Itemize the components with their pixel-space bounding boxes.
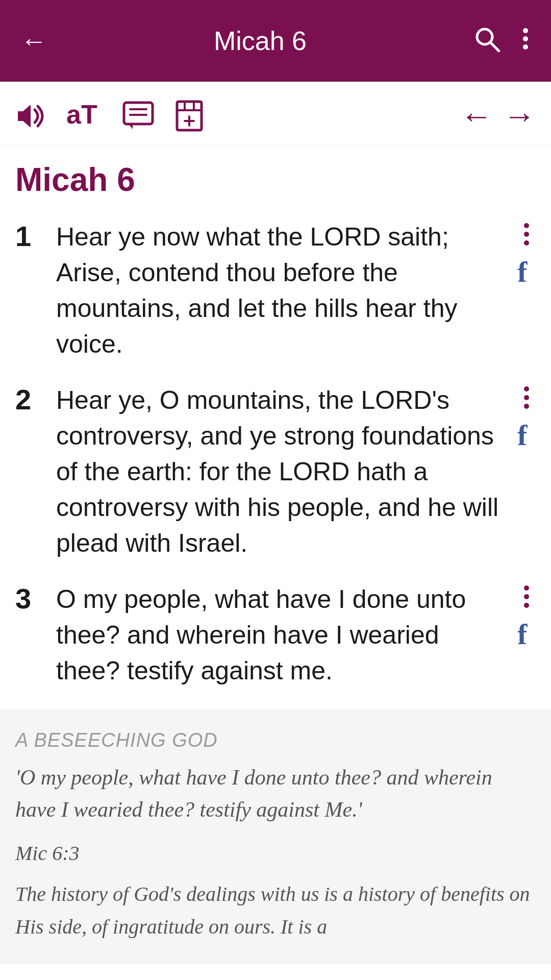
- commentary-heading: A BESEECHING GOD: [15, 729, 536, 751]
- verse-2-more-button[interactable]: [521, 385, 532, 414]
- verse-text-2: Hear ye, O mountains, the LORD's controv…: [56, 382, 510, 561]
- svg-marker-5: [18, 105, 31, 128]
- comment-button[interactable]: [122, 101, 154, 131]
- chapter-title: Micah 6: [15, 161, 536, 199]
- svg-point-4: [523, 44, 528, 50]
- verse-2-actions: f: [517, 382, 536, 455]
- svg-point-23: [524, 404, 529, 409]
- svg-point-21: [524, 386, 529, 391]
- app-bar-left: ←: [20, 28, 47, 54]
- verse-number-3: 3: [15, 581, 46, 616]
- verse-1-more-button[interactable]: [521, 222, 532, 251]
- app-bar-right: [473, 26, 531, 56]
- verse-text-3: O my people, what have I done unto thee?…: [56, 581, 510, 689]
- volume-button[interactable]: [15, 102, 46, 130]
- svg-point-19: [524, 240, 529, 246]
- svg-point-22: [524, 395, 529, 400]
- verse-1-actions: f: [517, 219, 536, 291]
- svg-point-17: [524, 223, 529, 228]
- more-options-button[interactable]: [520, 26, 531, 56]
- toolbar: aT ← →: [0, 82, 551, 145]
- svg-point-3: [523, 36, 528, 41]
- svg-line-1: [490, 42, 499, 51]
- svg-text:f: f: [517, 420, 528, 448]
- verse-1-facebook-button[interactable]: f: [517, 256, 536, 291]
- svg-text:f: f: [517, 256, 528, 285]
- app-bar: ← Micah 6: [0, 0, 551, 82]
- verse-2-facebook-button[interactable]: f: [517, 420, 536, 455]
- verse-row: 3 O my people, what have I done unto the…: [15, 581, 536, 689]
- svg-point-2: [523, 28, 528, 33]
- verse-number-1: 1: [15, 219, 46, 253]
- commentary-text: The history of God's dealings with us is…: [15, 878, 536, 943]
- toolbar-left: aT: [15, 100, 204, 132]
- verse-number-2: 2: [15, 382, 46, 416]
- more-options-icon: [520, 26, 531, 52]
- prev-chapter-button[interactable]: ←: [460, 97, 493, 135]
- commentary-quote: 'O my people, what have I done unto thee…: [15, 762, 536, 826]
- svg-point-26: [524, 594, 529, 599]
- content-area: Micah 6 1 Hear ye now what the LORD sait…: [0, 145, 551, 689]
- svg-point-27: [524, 603, 529, 608]
- svg-text:aT: aT: [66, 101, 97, 129]
- verse-3-actions: f: [517, 581, 536, 654]
- back-button[interactable]: ←: [20, 28, 47, 54]
- app-bar-title: Micah 6: [214, 26, 307, 56]
- svg-rect-7: [124, 103, 153, 124]
- svg-text:f: f: [517, 619, 528, 647]
- search-button[interactable]: [473, 26, 500, 56]
- svg-point-18: [524, 232, 529, 237]
- verse-text-1: Hear ye now what the LORD saith; Arise, …: [56, 219, 510, 362]
- search-icon: [473, 26, 500, 52]
- verse-row: 2 Hear ye, O mountains, the LORD's contr…: [15, 382, 536, 561]
- verse-3-facebook-button[interactable]: f: [517, 619, 536, 654]
- next-chapter-button[interactable]: →: [503, 97, 536, 135]
- verse-3-more-button[interactable]: [521, 584, 532, 614]
- verse-row: 1 Hear ye now what the LORD saith; Arise…: [15, 219, 536, 362]
- svg-point-25: [524, 585, 529, 591]
- commentary-section: A BESEECHING GOD 'O my people, what have…: [0, 709, 551, 964]
- toolbar-right: ← →: [460, 97, 536, 135]
- add-note-button[interactable]: [174, 100, 204, 132]
- commentary-reference: Mic 6:3: [15, 841, 536, 865]
- text-size-button[interactable]: aT: [66, 101, 102, 131]
